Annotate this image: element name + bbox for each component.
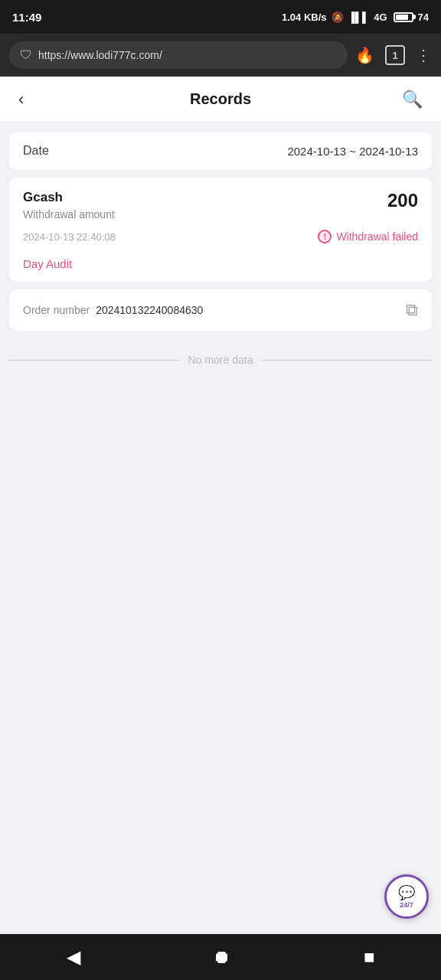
search-button[interactable]: 🔍 [396,83,429,116]
record-method: Gcash [23,190,115,205]
battery-percent: 74 [418,11,429,23]
app-header: ‹ Records 🔍 [0,77,441,122]
order-number: 202410132240084630 [96,304,203,316]
date-row: Date 2024-10-13 ~ 2024-10-13 [9,132,432,170]
support-label: 24/7 [400,901,413,909]
status-bar: 11:49 1.04 KB/s 🔕 ▐▌▌ 4G 74 [0,0,441,34]
date-label: Date [23,144,49,158]
date-value: 2024-10-13 ~ 2024-10-13 [287,145,418,158]
record-card: Gcash Withdrawal amount 200 2024-10-13 2… [9,178,432,282]
support-button[interactable]: 💬 24/7 [384,874,429,919]
page-title: Records [190,90,251,108]
battery-icon [394,12,413,22]
record-amount: 200 [387,190,418,211]
shield-icon: 🛡 [20,48,32,62]
content-area: Date 2024-10-13 ~ 2024-10-13 Gcash Withd… [0,122,441,934]
no-more-data: No more data [9,338,432,381]
status-badge: ! Withdrawal failed [318,230,418,243]
order-label: Order number [23,304,90,316]
record-status-row: 2024-10-13 22:40:08 ! Withdrawal failed [9,230,432,251]
order-content: Order number 202410132240084630 [23,304,203,316]
back-button[interactable]: ‹ [12,83,30,116]
order-row: Order number 202410132240084630 ⧉ [9,289,432,331]
copy-icon[interactable]: ⧉ [406,300,418,320]
status-bar-right: 1.04 KB/s 🔕 ▐▌▌ 4G 74 [282,11,429,23]
record-datetime: 2024-10-13 22:40:08 [23,231,116,243]
network-type: 4G [374,11,387,23]
more-menu-icon[interactable]: ⋮ [416,46,432,64]
status-text: Withdrawal failed [336,230,418,243]
status-time: 11:49 [12,11,41,24]
browser-actions: 🔥 1 ⋮ [355,45,432,65]
record-info: Gcash Withdrawal amount [23,190,115,220]
nav-recents-button[interactable]: ■ [345,940,394,974]
support-inner: 💬 24/7 [398,884,415,909]
no-more-data-text: No more data [188,354,253,366]
record-type: Withdrawal amount [23,208,115,220]
status-failed-icon: ! [318,230,332,243]
flame-icon[interactable]: 🔥 [355,46,374,64]
browser-bar: 🛡 https://www.lodi777c.com/ 🔥 1 ⋮ [0,34,441,77]
audit-text[interactable]: Day Audit [23,257,72,270]
mute-icon: 🔕 [332,11,344,23]
url-bar[interactable]: 🛡 https://www.lodi777c.com/ [9,41,348,69]
url-text: https://www.lodi777c.com/ [38,49,162,61]
bottom-nav: ◀ ⏺ ■ [0,934,441,980]
record-main: Gcash Withdrawal amount 200 [9,178,432,230]
network-speed: 1.04 KB/s [282,11,327,23]
audit-link[interactable]: Day Audit [9,251,432,282]
nav-home-button[interactable]: ⏺ [194,940,250,974]
tab-count[interactable]: 1 [385,45,405,65]
signal-icon: ▐▌▌ [348,11,370,23]
support-chat-icon: 💬 [398,884,415,901]
nav-back-button[interactable]: ◀ [48,940,99,974]
